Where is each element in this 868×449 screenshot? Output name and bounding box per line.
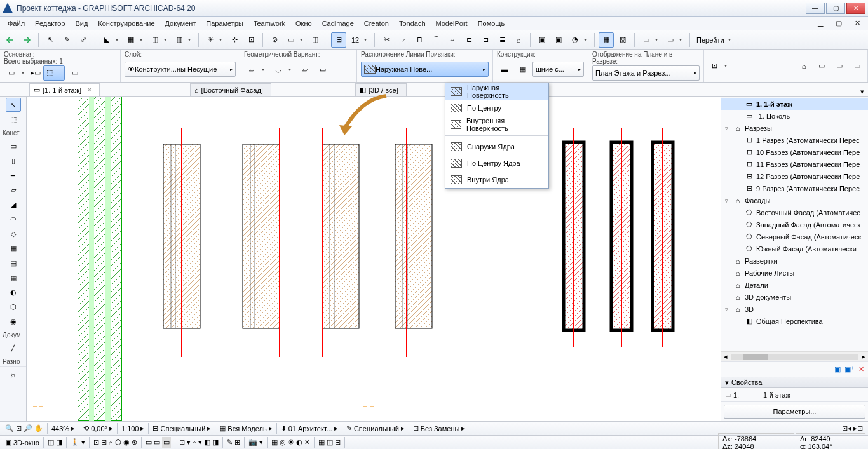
- popup-center[interactable]: По Центру: [445, 100, 548, 116]
- offset-button[interactable]: ≣: [494, 32, 510, 48]
- tree-item[interactable]: ⌂Развертки: [721, 255, 868, 267]
- tab-3d[interactable]: ◧ [3D / все]: [355, 83, 407, 96]
- params-button[interactable]: Параметры...: [724, 405, 865, 419]
- nav-layout-icon[interactable]: ▭: [832, 58, 847, 74]
- angle-value[interactable]: 0,00°: [91, 425, 107, 432]
- lamp-tool[interactable]: ◉: [6, 314, 21, 328]
- view-mode2-button[interactable]: ▧: [615, 32, 630, 48]
- pan-icon[interactable]: ✋: [34, 424, 43, 432]
- grid-button[interactable]: ▥: [172, 32, 187, 48]
- r2-icon[interactable]: ⊞: [234, 438, 240, 446]
- arrow-tool[interactable]: ↖: [6, 98, 21, 112]
- close-button[interactable]: ✕: [846, 3, 865, 14]
- tree-item[interactable]: ⬠Восточный Фасад (Автоматичес: [721, 206, 868, 218]
- c4-icon[interactable]: ◨: [212, 438, 219, 446]
- s1-icon[interactable]: ▭: [146, 438, 152, 446]
- cam-icon[interactable]: 📷: [248, 438, 257, 446]
- grid-snap-button[interactable]: ✳: [203, 32, 218, 48]
- goto-label[interactable]: Перейти: [694, 36, 727, 44]
- menu-window[interactable]: Окно: [290, 20, 317, 27]
- beam-tool[interactable]: ━: [6, 168, 21, 182]
- morph-tool[interactable]: ◇: [6, 227, 21, 241]
- nav-pub-icon[interactable]: ▭: [850, 58, 865, 74]
- snap-button[interactable]: ◫: [147, 32, 163, 48]
- orient-icon[interactable]: ⟲: [83, 424, 89, 432]
- tree-item[interactable]: ▿⌂3D: [721, 303, 868, 315]
- nav-next-icon[interactable]: ▸⊡: [853, 424, 863, 432]
- nav-view-icon[interactable]: ▭: [814, 58, 829, 74]
- t1-icon[interactable]: ⊡: [93, 438, 99, 446]
- navigator-tree[interactable]: ▭1. 1-й этаж▭-1. Цоколь▿⌂Разрезы⊟1 Разре…: [721, 97, 868, 351]
- props-header[interactable]: ▾ Свойства: [721, 377, 868, 388]
- tree-item[interactable]: ▿⌂Фасады: [721, 194, 868, 206]
- menu-design[interactable]: Конструирование: [93, 20, 159, 27]
- canvas[interactable]: [27, 97, 721, 421]
- pens-value[interactable]: Специальный: [354, 425, 399, 432]
- trim-button[interactable]: ⊏: [461, 32, 477, 48]
- sel-mode-icon[interactable]: ▸▭: [31, 69, 41, 77]
- edit-sel-button[interactable]: ▣: [534, 32, 550, 48]
- menu-options[interactable]: Параметры: [201, 20, 248, 27]
- home-button[interactable]: ⌂: [511, 32, 526, 48]
- wall-mode-button[interactable]: ⬚: [43, 65, 65, 81]
- tab-floorplan[interactable]: ▭ [1. 1-й этаж] ×: [29, 83, 100, 96]
- restore-panel-icon[interactable]: ▢: [831, 19, 847, 27]
- e3-icon[interactable]: ⊟: [335, 438, 341, 446]
- intersect-button[interactable]: ⊓: [412, 32, 427, 48]
- redo-button[interactable]: [19, 32, 34, 48]
- fillet-button[interactable]: ⌒: [428, 32, 444, 48]
- line-tool[interactable]: ╱: [6, 341, 21, 355]
- delete-view-icon[interactable]: ✕: [858, 365, 864, 373]
- t6-icon[interactable]: ⊛: [132, 438, 137, 446]
- tab-elevation[interactable]: ⌂ [Восточный Фасад]: [190, 83, 271, 96]
- align-button[interactable]: ◫: [308, 32, 323, 48]
- tree-item[interactable]: ▿⌂Разрезы: [721, 122, 868, 134]
- tree-item[interactable]: ⬠Южный Фасад (Автоматически: [721, 243, 868, 255]
- tree-item[interactable]: ▭-1. Цоколь: [721, 110, 868, 122]
- menu-help[interactable]: Помощь: [473, 20, 510, 27]
- tree-item[interactable]: ⌂Детали: [721, 279, 868, 291]
- undo-button[interactable]: [3, 32, 18, 48]
- trace-button[interactable]: ▭: [283, 32, 299, 48]
- t5-icon[interactable]: ◉: [123, 438, 130, 446]
- renov-value[interactable]: 01 Архитект...: [288, 425, 332, 432]
- floor-up-button[interactable]: ▭: [639, 32, 654, 48]
- e2-icon[interactable]: ◫: [327, 438, 333, 446]
- object-tool[interactable]: ◐: [6, 285, 21, 299]
- c3-icon[interactable]: ◧: [204, 438, 210, 446]
- resize-button[interactable]: ↔: [445, 32, 460, 48]
- nav-prev-icon[interactable]: ⊡◂: [842, 424, 851, 432]
- marquee-tool[interactable]: ⬚: [6, 112, 21, 126]
- adjust-button[interactable]: ⟋: [395, 32, 410, 48]
- pick-button[interactable]: ↖: [43, 32, 58, 48]
- override-value[interactable]: Без Замены: [421, 425, 460, 432]
- menu-creaton[interactable]: Creaton: [359, 20, 394, 27]
- tab-overflow-icon[interactable]: ▾: [857, 88, 868, 96]
- split-button[interactable]: ✂: [379, 32, 394, 48]
- roof-tool[interactable]: ◢: [6, 198, 21, 211]
- zone-tool[interactable]: ⬡: [6, 300, 21, 314]
- popup-inner-face[interactable]: Внутренняя Поверхность: [445, 116, 548, 133]
- tree-item[interactable]: ⌂3D-документы: [721, 291, 868, 303]
- view-mode-button[interactable]: ▦: [599, 32, 614, 48]
- m2-icon[interactable]: ◎: [280, 438, 286, 446]
- tab1-close-icon[interactable]: ×: [88, 86, 92, 93]
- floor-dn-button[interactable]: ▭: [663, 32, 678, 48]
- column-tool[interactable]: ▯: [6, 154, 21, 168]
- walk-icon[interactable]: 🚶: [71, 438, 79, 446]
- t2-icon[interactable]: ⊞: [101, 438, 107, 446]
- window-icon[interactable]: ▣: [5, 438, 11, 446]
- maximize-button[interactable]: ▢: [826, 3, 845, 14]
- magic-wand-button[interactable]: ✎: [59, 32, 74, 48]
- axo-icon[interactable]: ◨: [56, 438, 62, 446]
- tree-item[interactable]: ⊟9 Разрез (Автоматически Перес: [721, 182, 868, 194]
- layer-combo[interactable]: 👁 Конструкти...ны Несущие ▸: [125, 62, 236, 77]
- tool-default-icon[interactable]: ▭: [4, 65, 19, 81]
- new-view-icon[interactable]: ▣: [834, 365, 841, 373]
- dim-button[interactable]: 12: [348, 32, 363, 48]
- menu-tondach[interactable]: Tondach: [394, 20, 431, 27]
- ruler-button[interactable]: ◣: [99, 32, 114, 48]
- wall-ref-icon[interactable]: ▭: [67, 65, 83, 81]
- minimize-button[interactable]: —: [806, 3, 825, 14]
- zoom-fit-icon[interactable]: ⊡: [16, 424, 22, 432]
